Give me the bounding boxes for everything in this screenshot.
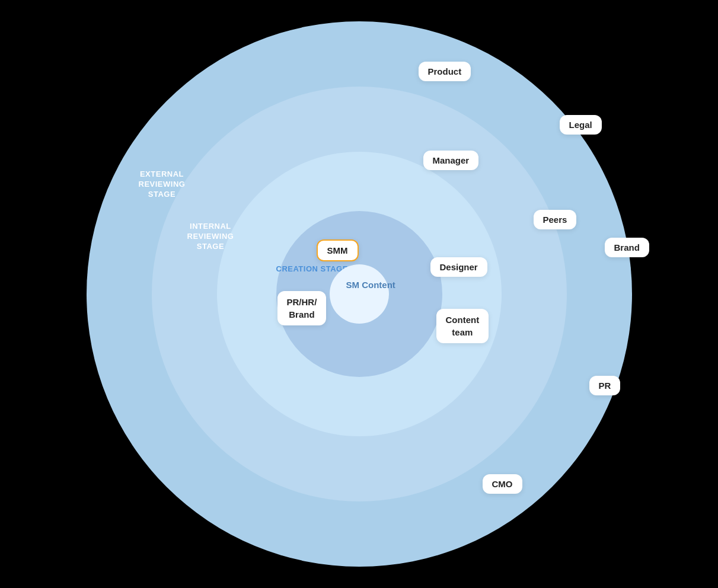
peers-card: Peers	[534, 210, 577, 229]
content-team-card: Contentteam	[436, 309, 489, 343]
sm-content-label: SM Content	[346, 280, 395, 290]
external-stage-label: EXTERNALREVIEWINGSTAGE	[139, 170, 186, 200]
designer-card: Designer	[430, 257, 487, 277]
legal-card: Legal	[560, 115, 602, 135]
manager-card: Manager	[423, 151, 479, 170]
center-circle	[330, 264, 389, 324]
pr-card: PR	[589, 376, 621, 395]
internal-stage-label: INTERNALREVIEWINGSTAGE	[187, 222, 234, 252]
product-card: Product	[419, 62, 471, 81]
cmo-card: CMO	[483, 474, 522, 494]
pr-hr-brand-card: PR/HR/Brand	[277, 291, 327, 325]
brand-card: Brand	[605, 238, 649, 257]
smm-card: SMM	[317, 239, 359, 261]
diagram: EXTERNALREVIEWINGSTAGE INTERNALREVIEWING…	[75, 9, 644, 579]
